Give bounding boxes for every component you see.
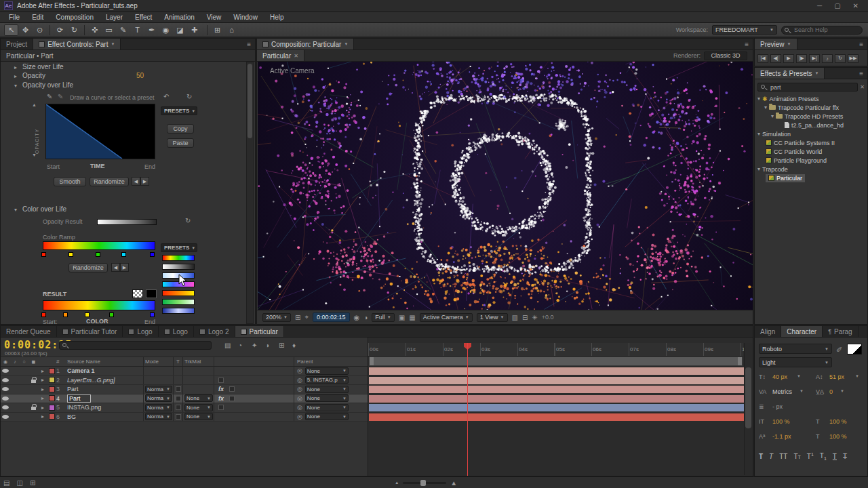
layer-lock-toggle[interactable] bbox=[28, 403, 39, 412]
timeline-zoom-thumb[interactable] bbox=[420, 480, 426, 486]
undo-curve-icon[interactable]: ↶ bbox=[163, 93, 169, 100]
time-ruler[interactable]: 00s 01s 02s 03s 04s 05s 06s 07s 08s 09s … bbox=[368, 343, 743, 357]
clear-search-icon[interactable]: ✕ bbox=[860, 84, 865, 90]
layer-twirl-icon[interactable]: ▸ bbox=[39, 376, 47, 385]
menu-effect[interactable]: Effect bbox=[129, 13, 158, 22]
tab-logo[interactable]: Logo bbox=[123, 326, 158, 337]
rotation-tool-icon[interactable]: ↻ bbox=[67, 24, 81, 36]
parent-select[interactable]: None▼ bbox=[305, 386, 349, 393]
menu-help[interactable]: Help bbox=[264, 13, 290, 22]
layer-row-2[interactable]: ▸ 2 LayerEm...G.png] ◎5. INSTAG.p▼ bbox=[1, 376, 368, 386]
timeline-scrollbar-thumb[interactable] bbox=[745, 367, 751, 428]
smooth-pen-icon[interactable]: ✎ bbox=[58, 93, 63, 100]
help-search-input[interactable] bbox=[781, 26, 863, 35]
zoom-in-frames-icon[interactable]: ▲ bbox=[450, 479, 457, 487]
color-stop[interactable] bbox=[68, 252, 73, 257]
pickwhip-icon[interactable]: ◎ bbox=[297, 395, 302, 402]
gradient-preset-swatch[interactable] bbox=[162, 281, 195, 287]
ram-preview-button[interactable]: ▶▶ bbox=[848, 54, 859, 63]
work-area-end-handle[interactable] bbox=[738, 357, 742, 365]
color-stop[interactable] bbox=[121, 252, 126, 257]
fill-color-swatch[interactable] bbox=[847, 344, 862, 354]
pan-behind-tool-icon[interactable]: ✜ bbox=[87, 24, 102, 36]
blend-mode-select[interactable]: Norma▼ bbox=[145, 394, 172, 402]
reset-color-icon[interactable]: ↻ bbox=[185, 217, 191, 224]
twirl-icon[interactable]: ▸ bbox=[14, 64, 17, 70]
reset-curve-icon[interactable]: ↻ bbox=[186, 93, 192, 100]
tab-comp-particular[interactable]: Particular✕ bbox=[257, 50, 304, 61]
transparency-grid-icon[interactable]: ▦ bbox=[409, 314, 415, 321]
result-stop[interactable] bbox=[41, 312, 46, 317]
leading-value[interactable]: 51 px bbox=[829, 373, 844, 380]
prev-preset-icon[interactable]: ◀ bbox=[132, 177, 140, 186]
tree-item-trapcode[interactable]: ▾Trapcode bbox=[755, 165, 867, 174]
layer-name-edit[interactable]: Part bbox=[67, 394, 91, 403]
layer-twirl-icon[interactable]: ▸ bbox=[39, 385, 47, 394]
layer-visibility-toggle[interactable] bbox=[1, 385, 10, 394]
layer-solo-toggle[interactable] bbox=[20, 403, 28, 412]
layer-label-chip[interactable] bbox=[47, 367, 56, 375]
brush-tool-icon[interactable]: ✒ bbox=[144, 24, 159, 36]
next-frame-button[interactable]: |▶ bbox=[796, 54, 807, 63]
timeline-zoom-slider[interactable] bbox=[403, 482, 446, 484]
gradient-preset-swatch[interactable] bbox=[162, 290, 195, 296]
color-stop[interactable] bbox=[41, 252, 46, 257]
layer-twirl-icon[interactable]: ▸ bbox=[39, 394, 47, 403]
scrollbar-thumb[interactable] bbox=[248, 64, 252, 138]
baseline-shift-value[interactable]: -1.1 px bbox=[772, 433, 791, 440]
tree-item-cc-particle-world[interactable]: CC Particle World bbox=[755, 147, 867, 156]
align-panel-icon[interactable]: ⊞ bbox=[210, 24, 224, 36]
font-family-select[interactable]: Roboto▼ bbox=[759, 344, 832, 354]
fx-badge[interactable]: fx bbox=[218, 386, 224, 392]
result-stop[interactable] bbox=[85, 312, 90, 317]
graph-editor-icon[interactable]: ♦ bbox=[292, 342, 296, 349]
layer-name[interactable]: Camera 1 bbox=[67, 367, 143, 375]
pickwhip-icon[interactable]: ◎ bbox=[297, 404, 302, 411]
resolution-select[interactable]: Full▼ bbox=[372, 313, 394, 322]
menu-view[interactable]: View bbox=[201, 13, 228, 22]
menu-edit[interactable]: Edit bbox=[26, 13, 50, 22]
layer-lock-toggle[interactable] bbox=[28, 367, 39, 375]
color-ramp[interactable] bbox=[43, 241, 155, 250]
layer-audio-toggle[interactable] bbox=[10, 376, 20, 385]
track-matte-select[interactable]: None▼ bbox=[184, 413, 213, 420]
frame-blending-icon[interactable]: ◑ bbox=[265, 342, 269, 349]
column-source-name[interactable]: Source Name bbox=[67, 357, 143, 366]
color-stop[interactable] bbox=[150, 252, 155, 257]
opacity-result-ramp[interactable] bbox=[97, 219, 157, 225]
gradient-preset-swatch[interactable] bbox=[162, 255, 195, 261]
layer-visibility-toggle[interactable] bbox=[1, 376, 10, 385]
transparency-swatch[interactable] bbox=[132, 289, 143, 298]
layer-track-bar[interactable] bbox=[369, 386, 744, 393]
tree-item-particle-playground[interactable]: Particle Playground bbox=[755, 156, 867, 165]
tab-particular-timeline[interactable]: Particular bbox=[235, 326, 284, 337]
draft-3d-icon[interactable]: ◔ bbox=[238, 342, 242, 349]
orbit-camera-tool-icon[interactable]: ⟳ bbox=[53, 24, 67, 36]
layer-twirl-icon[interactable]: ▸ bbox=[39, 367, 47, 375]
snapshot-icon[interactable]: ◉ bbox=[354, 314, 360, 321]
layer-solo-toggle[interactable] bbox=[20, 413, 28, 422]
parent-select[interactable]: None▼ bbox=[305, 394, 349, 402]
column-t[interactable]: T bbox=[173, 357, 182, 366]
randomize-button[interactable]: Randomize bbox=[90, 177, 129, 186]
layer-row-6[interactable]: ▸ 6 BG Norma▼ None▼ ◎None▼ bbox=[1, 413, 368, 422]
layer-visibility-toggle[interactable] bbox=[1, 394, 10, 403]
layer-label-chip[interactable] bbox=[47, 394, 56, 403]
tree-item-trapcode-particular-ffx[interactable]: ▾Trapcode Particular ffx bbox=[755, 103, 867, 112]
layer-label-chip[interactable] bbox=[47, 376, 56, 385]
layer-solo-toggle[interactable] bbox=[20, 376, 28, 385]
blend-mode-select[interactable]: Norma▼ bbox=[145, 386, 172, 393]
tracking-value[interactable]: 0 bbox=[829, 388, 833, 395]
composition-mini-flowchart-icon[interactable]: ▤ bbox=[224, 342, 231, 349]
layer-lock-toggle[interactable] bbox=[28, 385, 39, 394]
font-style-select[interactable]: Light▼ bbox=[759, 357, 832, 367]
menu-animation[interactable]: Animation bbox=[158, 13, 200, 22]
blend-mode-select[interactable]: Norma▼ bbox=[145, 413, 172, 420]
menu-file[interactable]: File bbox=[3, 13, 26, 22]
gradient-preset-swatch[interactable] bbox=[162, 264, 195, 270]
property-opacity-over-life[interactable]: Opacity over Life bbox=[22, 81, 73, 89]
selection-tool-icon[interactable]: ↖ bbox=[4, 24, 18, 36]
minimize-icon[interactable]: ─ bbox=[817, 2, 822, 9]
next-color-preset-icon[interactable]: ▶ bbox=[120, 263, 129, 272]
first-frame-button[interactable]: |◀ bbox=[757, 54, 768, 63]
